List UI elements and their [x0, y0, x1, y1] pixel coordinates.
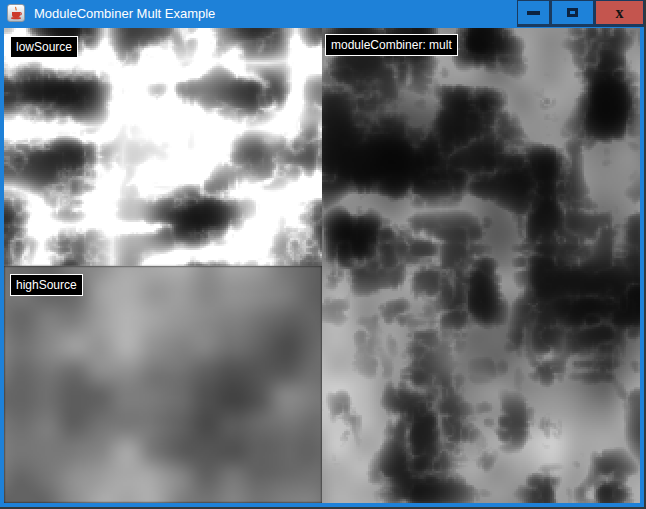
close-icon: x	[616, 5, 624, 21]
lowsource-label: lowSource	[10, 36, 78, 58]
java-coffee-cup-icon	[7, 4, 25, 22]
app-window: ModuleCombiner Mult Example x lowSource …	[0, 0, 646, 509]
combined-canvas	[322, 28, 640, 503]
minimize-icon	[527, 11, 540, 15]
lowsource-canvas	[4, 28, 322, 266]
window-frame: ModuleCombiner Mult Example x lowSource …	[0, 0, 644, 507]
window-title: ModuleCombiner Mult Example	[34, 0, 215, 28]
maximize-button[interactable]	[552, 1, 593, 24]
maximize-icon	[567, 8, 578, 17]
highsource-canvas	[4, 266, 322, 503]
highsource-label: highSource	[10, 274, 83, 296]
titlebar[interactable]: ModuleCombiner Mult Example x	[0, 0, 644, 28]
minimize-button[interactable]	[518, 1, 549, 24]
close-button[interactable]: x	[596, 1, 643, 24]
combined-label: moduleCombiner: mult	[325, 34, 458, 56]
window-controls: x	[517, 0, 644, 27]
render-area: lowSource highSource moduleCombiner: mul…	[4, 28, 640, 503]
